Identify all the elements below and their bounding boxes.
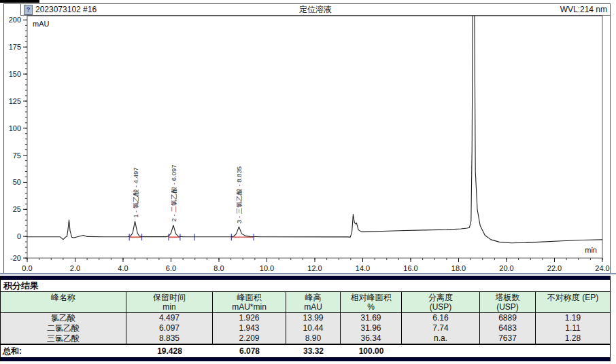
results-title: 积分结果: [1, 280, 610, 292]
svg-text:150: 150: [9, 70, 21, 78]
table-row: 三氯乙酸 8.835 2.209 8.90 36.34 n.a. 7637 1.…: [1, 333, 610, 344]
svg-text:200: 200: [9, 16, 21, 24]
peak-label: 2 - 二氯乙酸 - 6.097: [170, 165, 177, 222]
cell-total-plates: [480, 345, 536, 357]
svg-text:175: 175: [9, 43, 21, 51]
column-header-peak-area: 峰面积mAU*min: [213, 292, 286, 312]
svg-text:min: min: [585, 246, 597, 254]
svg-text:16.0: 16.0: [403, 264, 417, 272]
svg-text:25: 25: [13, 205, 21, 213]
cell-retention-time: 4.497: [126, 313, 213, 323]
peak-label: 1 - 氯乙酸 - 4.497: [132, 167, 139, 217]
svg-text:20.0: 20.0: [499, 264, 513, 272]
chart-title: 定位溶液: [21, 4, 610, 16]
results-body: 氯乙酸 4.497 1.926 13.99 31.69 6.16 6889 1.…: [1, 313, 610, 344]
cell-peak-height: 8.90: [286, 333, 341, 344]
cell-total-label: 总和:: [1, 345, 126, 357]
table-row: 二氯乙酸 6.097 1.943 10.44 31.96 7.74 6483 1…: [1, 323, 610, 333]
cell-peak-area: 1.926: [213, 313, 286, 323]
column-header-peak-height: 峰高mAU: [286, 292, 341, 312]
cell-plates: 6483: [480, 323, 536, 333]
svg-text:-20: -20: [10, 254, 21, 262]
cell-total-area: 6.078: [213, 345, 286, 357]
chromatogram-plot[interactable]: 2001751501251007550250-200.02.04.06.08.0…: [4, 16, 610, 272]
svg-text:8.0: 8.0: [213, 264, 224, 272]
cell-asymmetry: 1.19: [536, 313, 610, 323]
column-header-resolution: 分离度(USP): [402, 292, 480, 312]
cell-relative-area: 36.34: [341, 333, 402, 344]
svg-text:0.0: 0.0: [22, 264, 32, 272]
cell-peak-height: 10.44: [286, 323, 341, 333]
cell-total-asymmetry: [536, 345, 610, 357]
cell-total-retention-time: 19.428: [126, 345, 213, 357]
cell-relative-area: 31.96: [341, 323, 402, 333]
column-header-asymmetry: 不对称度 (EP): [536, 292, 610, 312]
wavelength-label: WVL:214 nm: [560, 5, 607, 14]
svg-text:24.0: 24.0: [595, 264, 609, 272]
cell-peak-area: 1.943: [213, 323, 286, 333]
cell-total-resolution: [402, 345, 480, 357]
svg-text:6.0: 6.0: [166, 264, 176, 272]
peak-label: 3 - 三氯乙酸 - 8.835: [235, 166, 243, 223]
cell-retention-time: 8.835: [126, 333, 213, 344]
totals-row: 总和: 19.428 6.078 33.32 100.00: [1, 344, 610, 357]
integration-results-section: 积分结果 峰名称 保留时间min 峰面积mAU*min 峰高mAU 相对峰面积%…: [0, 276, 611, 361]
svg-text:mAU: mAU: [33, 20, 50, 28]
svg-text:10.0: 10.0: [260, 264, 274, 272]
svg-text:0: 0: [17, 232, 21, 240]
chromatogram-panel: ? 2023073102 #16 定位溶液 WVL:214 nm 2001751…: [3, 3, 611, 274]
cell-resolution: 6.16: [402, 313, 480, 323]
cell-resolution: n.a.: [402, 333, 480, 344]
cell-total-relative-area: 100.00: [341, 345, 402, 357]
svg-text:100: 100: [9, 124, 21, 132]
cell-relative-area: 31.69: [341, 313, 402, 323]
svg-text:14.0: 14.0: [356, 264, 370, 272]
cell-retention-time: 6.097: [126, 323, 213, 333]
cell-peak-name: 二氯乙酸: [1, 323, 126, 333]
column-header-peak-name: 峰名称: [1, 292, 126, 312]
cell-total-height: 33.32: [286, 345, 341, 357]
section-bottom-bar: [1, 357, 610, 361]
svg-text:75: 75: [13, 151, 21, 160]
column-header-retention-time: 保留时间min: [126, 292, 213, 312]
svg-text:12.0: 12.0: [307, 264, 322, 272]
cell-plates: 7637: [480, 333, 536, 344]
cell-asymmetry: 1.28: [536, 333, 610, 344]
chromatogram-header: ? 2023073102 #16 定位溶液 WVL:214 nm: [20, 4, 610, 16]
svg-text:18.0: 18.0: [451, 264, 466, 272]
cell-peak-name: 三氯乙酸: [1, 333, 126, 344]
table-row: 氯乙酸 4.497 1.926 13.99 31.69 6.16 6889 1.…: [1, 313, 610, 323]
panel-divider: [0, 273, 616, 274]
window-title-fragment: [0, 0, 39, 3]
cell-peak-height: 13.99: [286, 313, 341, 323]
svg-text:125: 125: [9, 97, 21, 105]
cell-peak-name: 氯乙酸: [1, 313, 126, 323]
cell-asymmetry: 1.11: [536, 323, 610, 333]
cell-resolution: 7.74: [402, 323, 480, 333]
svg-text:2.0: 2.0: [70, 264, 80, 272]
column-header-plates: 塔板数(USP): [480, 292, 536, 312]
injection-icon: ?: [24, 5, 33, 15]
cell-peak-area: 2.209: [213, 333, 286, 344]
svg-text:4.0: 4.0: [118, 264, 128, 272]
sample-id: 2023073102 #16: [35, 5, 97, 14]
svg-text:22.0: 22.0: [547, 264, 562, 272]
results-header-row: 峰名称 保留时间min 峰面积mAU*min 峰高mAU 相对峰面积% 分离度(…: [1, 292, 610, 313]
report-window: ? 2023073102 #16 定位溶液 WVL:214 nm 2001751…: [0, 0, 616, 364]
column-header-relative-area: 相对峰面积%: [341, 292, 402, 312]
cell-plates: 6889: [480, 313, 536, 323]
svg-text:50: 50: [13, 178, 21, 186]
